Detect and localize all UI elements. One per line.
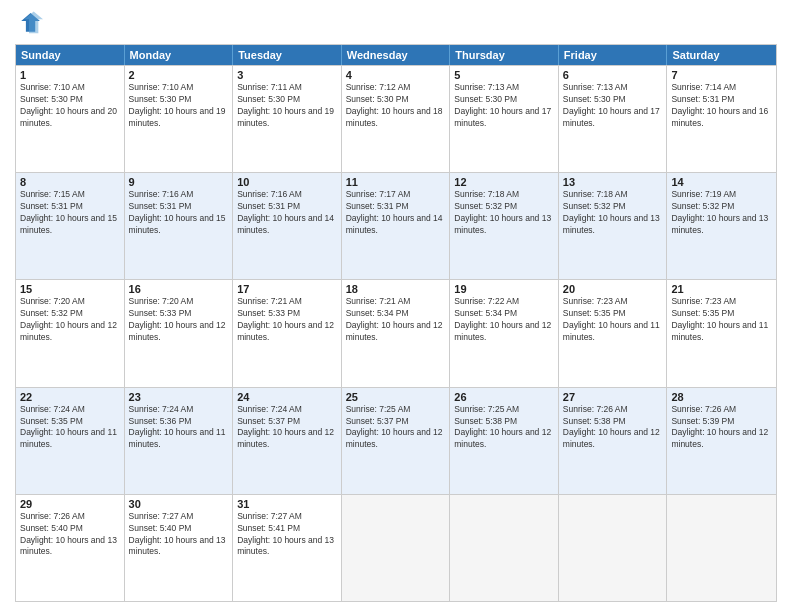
logo <box>15 10 47 38</box>
cell-day-number: 26 <box>454 391 554 403</box>
cell-info: Sunrise: 7:12 AM Sunset: 5:30 PM Dayligh… <box>346 82 446 130</box>
cell-day-number: 4 <box>346 69 446 81</box>
cell-day-number: 14 <box>671 176 772 188</box>
cell-info: Sunrise: 7:24 AM Sunset: 5:37 PM Dayligh… <box>237 404 337 452</box>
cal-cell: 28Sunrise: 7:26 AM Sunset: 5:39 PM Dayli… <box>667 388 776 494</box>
cal-cell: 31Sunrise: 7:27 AM Sunset: 5:41 PM Dayli… <box>233 495 342 601</box>
cal-cell: 2Sunrise: 7:10 AM Sunset: 5:30 PM Daylig… <box>125 66 234 172</box>
cal-cell: 25Sunrise: 7:25 AM Sunset: 5:37 PM Dayli… <box>342 388 451 494</box>
cal-header-cell: Friday <box>559 45 668 65</box>
cal-cell: 29Sunrise: 7:26 AM Sunset: 5:40 PM Dayli… <box>16 495 125 601</box>
cell-info: Sunrise: 7:21 AM Sunset: 5:33 PM Dayligh… <box>237 296 337 344</box>
cell-info: Sunrise: 7:16 AM Sunset: 5:31 PM Dayligh… <box>237 189 337 237</box>
cell-info: Sunrise: 7:17 AM Sunset: 5:31 PM Dayligh… <box>346 189 446 237</box>
cell-day-number: 1 <box>20 69 120 81</box>
cell-day-number: 11 <box>346 176 446 188</box>
cal-cell <box>667 495 776 601</box>
cal-cell: 1Sunrise: 7:10 AM Sunset: 5:30 PM Daylig… <box>16 66 125 172</box>
calendar: SundayMondayTuesdayWednesdayThursdayFrid… <box>15 44 777 602</box>
cal-header-cell: Monday <box>125 45 234 65</box>
cell-info: Sunrise: 7:24 AM Sunset: 5:36 PM Dayligh… <box>129 404 229 452</box>
cal-header-cell: Thursday <box>450 45 559 65</box>
cell-day-number: 17 <box>237 283 337 295</box>
calendar-row: 29Sunrise: 7:26 AM Sunset: 5:40 PM Dayli… <box>16 494 776 601</box>
cal-cell: 19Sunrise: 7:22 AM Sunset: 5:34 PM Dayli… <box>450 280 559 386</box>
cell-info: Sunrise: 7:14 AM Sunset: 5:31 PM Dayligh… <box>671 82 772 130</box>
cell-info: Sunrise: 7:11 AM Sunset: 5:30 PM Dayligh… <box>237 82 337 130</box>
cal-cell: 18Sunrise: 7:21 AM Sunset: 5:34 PM Dayli… <box>342 280 451 386</box>
cell-day-number: 31 <box>237 498 337 510</box>
cell-info: Sunrise: 7:10 AM Sunset: 5:30 PM Dayligh… <box>129 82 229 130</box>
cell-info: Sunrise: 7:25 AM Sunset: 5:37 PM Dayligh… <box>346 404 446 452</box>
cell-info: Sunrise: 7:27 AM Sunset: 5:41 PM Dayligh… <box>237 511 337 559</box>
cal-cell: 26Sunrise: 7:25 AM Sunset: 5:38 PM Dayli… <box>450 388 559 494</box>
cell-info: Sunrise: 7:21 AM Sunset: 5:34 PM Dayligh… <box>346 296 446 344</box>
cal-cell: 9Sunrise: 7:16 AM Sunset: 5:31 PM Daylig… <box>125 173 234 279</box>
calendar-row: 22Sunrise: 7:24 AM Sunset: 5:35 PM Dayli… <box>16 387 776 494</box>
cell-day-number: 21 <box>671 283 772 295</box>
cell-info: Sunrise: 7:25 AM Sunset: 5:38 PM Dayligh… <box>454 404 554 452</box>
cell-day-number: 6 <box>563 69 663 81</box>
cell-info: Sunrise: 7:20 AM Sunset: 5:33 PM Dayligh… <box>129 296 229 344</box>
cal-header-cell: Saturday <box>667 45 776 65</box>
cell-info: Sunrise: 7:27 AM Sunset: 5:40 PM Dayligh… <box>129 511 229 559</box>
cell-day-number: 28 <box>671 391 772 403</box>
cell-info: Sunrise: 7:26 AM Sunset: 5:40 PM Dayligh… <box>20 511 120 559</box>
cal-cell: 6Sunrise: 7:13 AM Sunset: 5:30 PM Daylig… <box>559 66 668 172</box>
cell-day-number: 3 <box>237 69 337 81</box>
cal-header-cell: Wednesday <box>342 45 451 65</box>
calendar-row: 8Sunrise: 7:15 AM Sunset: 5:31 PM Daylig… <box>16 172 776 279</box>
cell-info: Sunrise: 7:23 AM Sunset: 5:35 PM Dayligh… <box>671 296 772 344</box>
calendar-header: SundayMondayTuesdayWednesdayThursdayFrid… <box>16 45 776 65</box>
page: SundayMondayTuesdayWednesdayThursdayFrid… <box>0 0 792 612</box>
cell-day-number: 24 <box>237 391 337 403</box>
cal-cell: 20Sunrise: 7:23 AM Sunset: 5:35 PM Dayli… <box>559 280 668 386</box>
cell-day-number: 27 <box>563 391 663 403</box>
cal-cell: 23Sunrise: 7:24 AM Sunset: 5:36 PM Dayli… <box>125 388 234 494</box>
cell-day-number: 25 <box>346 391 446 403</box>
calendar-row: 1Sunrise: 7:10 AM Sunset: 5:30 PM Daylig… <box>16 65 776 172</box>
cell-info: Sunrise: 7:18 AM Sunset: 5:32 PM Dayligh… <box>454 189 554 237</box>
cal-cell: 22Sunrise: 7:24 AM Sunset: 5:35 PM Dayli… <box>16 388 125 494</box>
cell-day-number: 15 <box>20 283 120 295</box>
cal-header-cell: Tuesday <box>233 45 342 65</box>
cell-info: Sunrise: 7:13 AM Sunset: 5:30 PM Dayligh… <box>454 82 554 130</box>
cal-cell: 12Sunrise: 7:18 AM Sunset: 5:32 PM Dayli… <box>450 173 559 279</box>
cell-day-number: 5 <box>454 69 554 81</box>
cal-cell: 21Sunrise: 7:23 AM Sunset: 5:35 PM Dayli… <box>667 280 776 386</box>
cal-cell: 30Sunrise: 7:27 AM Sunset: 5:40 PM Dayli… <box>125 495 234 601</box>
cal-cell <box>342 495 451 601</box>
cal-cell: 7Sunrise: 7:14 AM Sunset: 5:31 PM Daylig… <box>667 66 776 172</box>
calendar-body: 1Sunrise: 7:10 AM Sunset: 5:30 PM Daylig… <box>16 65 776 601</box>
cal-cell: 17Sunrise: 7:21 AM Sunset: 5:33 PM Dayli… <box>233 280 342 386</box>
cell-day-number: 18 <box>346 283 446 295</box>
cal-cell: 24Sunrise: 7:24 AM Sunset: 5:37 PM Dayli… <box>233 388 342 494</box>
cell-day-number: 30 <box>129 498 229 510</box>
cell-day-number: 2 <box>129 69 229 81</box>
cal-cell: 27Sunrise: 7:26 AM Sunset: 5:38 PM Dayli… <box>559 388 668 494</box>
cal-cell: 4Sunrise: 7:12 AM Sunset: 5:30 PM Daylig… <box>342 66 451 172</box>
cell-day-number: 8 <box>20 176 120 188</box>
cell-info: Sunrise: 7:15 AM Sunset: 5:31 PM Dayligh… <box>20 189 120 237</box>
cal-cell: 13Sunrise: 7:18 AM Sunset: 5:32 PM Dayli… <box>559 173 668 279</box>
cell-day-number: 22 <box>20 391 120 403</box>
calendar-row: 15Sunrise: 7:20 AM Sunset: 5:32 PM Dayli… <box>16 279 776 386</box>
cell-info: Sunrise: 7:19 AM Sunset: 5:32 PM Dayligh… <box>671 189 772 237</box>
header <box>15 10 777 38</box>
cal-cell: 8Sunrise: 7:15 AM Sunset: 5:31 PM Daylig… <box>16 173 125 279</box>
cell-day-number: 7 <box>671 69 772 81</box>
cell-info: Sunrise: 7:23 AM Sunset: 5:35 PM Dayligh… <box>563 296 663 344</box>
cal-cell: 11Sunrise: 7:17 AM Sunset: 5:31 PM Dayli… <box>342 173 451 279</box>
cell-info: Sunrise: 7:20 AM Sunset: 5:32 PM Dayligh… <box>20 296 120 344</box>
cell-day-number: 19 <box>454 283 554 295</box>
cell-info: Sunrise: 7:24 AM Sunset: 5:35 PM Dayligh… <box>20 404 120 452</box>
cell-info: Sunrise: 7:13 AM Sunset: 5:30 PM Dayligh… <box>563 82 663 130</box>
cell-day-number: 10 <box>237 176 337 188</box>
cell-day-number: 16 <box>129 283 229 295</box>
cal-cell: 14Sunrise: 7:19 AM Sunset: 5:32 PM Dayli… <box>667 173 776 279</box>
cell-info: Sunrise: 7:26 AM Sunset: 5:39 PM Dayligh… <box>671 404 772 452</box>
cal-cell: 3Sunrise: 7:11 AM Sunset: 5:30 PM Daylig… <box>233 66 342 172</box>
cal-cell: 16Sunrise: 7:20 AM Sunset: 5:33 PM Dayli… <box>125 280 234 386</box>
cell-info: Sunrise: 7:22 AM Sunset: 5:34 PM Dayligh… <box>454 296 554 344</box>
cell-info: Sunrise: 7:18 AM Sunset: 5:32 PM Dayligh… <box>563 189 663 237</box>
